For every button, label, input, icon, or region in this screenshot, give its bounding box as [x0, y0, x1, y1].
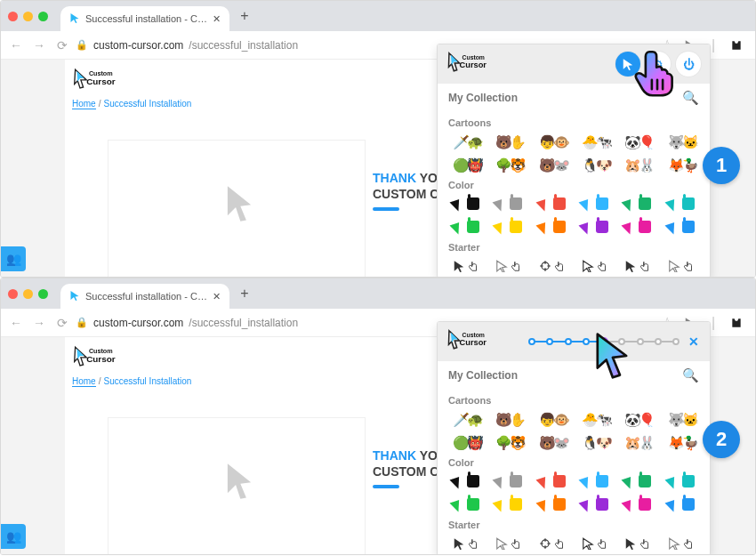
cursor-color-item[interactable] — [535, 471, 570, 491]
cursor-starter-item[interactable] — [664, 256, 699, 276]
cursor-color-item[interactable] — [577, 217, 613, 237]
cursor-color-item[interactable] — [620, 471, 655, 491]
close-slider-button[interactable]: ✕ — [687, 334, 701, 349]
close-window-icon[interactable] — [8, 289, 18, 299]
slider-step[interactable] — [546, 338, 553, 345]
cursor-starter-item[interactable] — [577, 534, 613, 553]
cursor-pack-item[interactable]: 🌳🐯 — [491, 432, 527, 452]
search-icon[interactable]: 🔍 — [682, 90, 699, 106]
cursor-starter-item[interactable] — [448, 256, 484, 276]
cursor-color-item[interactable] — [620, 194, 655, 214]
cursor-pack-item[interactable]: 🐣🐄 — [577, 409, 613, 429]
cursor-pack-item[interactable]: 🐼🎈 — [620, 409, 655, 429]
cursor-color-item[interactable] — [620, 495, 655, 514]
reload-button[interactable]: ⟳ — [52, 38, 72, 52]
close-tab-icon[interactable]: ✕ — [213, 292, 221, 302]
slider-step[interactable] — [528, 338, 535, 345]
batman-extension-icon[interactable] — [728, 315, 744, 331]
popup-logo[interactable]: CustomCursor — [446, 328, 516, 355]
minimize-window-icon[interactable] — [23, 12, 33, 21]
cursor-pack-item[interactable]: 🐻🐭 — [535, 155, 570, 174]
browser-tab[interactable]: Successful installation - Custom ✕ — [60, 6, 229, 31]
cursor-pack-item[interactable]: 👦🐵 — [535, 132, 570, 151]
new-tab-button[interactable]: + — [235, 6, 254, 26]
cursor-color-item[interactable] — [620, 217, 655, 237]
cursor-color-item[interactable] — [448, 471, 484, 491]
demo-cursor-icon — [224, 463, 254, 504]
cursor-pack-item[interactable]: 🐹🐰 — [620, 155, 655, 174]
slider-step[interactable] — [637, 338, 644, 345]
cursor-color-item[interactable] — [491, 217, 527, 237]
cursor-pack-item[interactable]: 🌳🐯 — [491, 155, 527, 174]
cursor-color-item[interactable] — [577, 194, 613, 214]
cursor-pack-item[interactable]: 🐻✋ — [491, 132, 527, 151]
cursor-pack-item[interactable]: 🐺🐱 — [664, 409, 699, 429]
cursor-starter-item[interactable] — [535, 534, 570, 553]
brand-logo[interactable]: CustomCursor — [72, 342, 136, 375]
cursor-starter-item[interactable] — [620, 256, 655, 276]
cursor-color-item[interactable] — [448, 194, 484, 214]
maximize-window-icon[interactable] — [38, 12, 48, 21]
cursor-color-item[interactable] — [491, 495, 527, 514]
close-tab-icon[interactable]: ✕ — [213, 14, 221, 24]
batman-extension-icon[interactable] — [728, 37, 744, 53]
slider-step[interactable] — [672, 338, 680, 345]
cursor-color-item[interactable] — [664, 194, 699, 214]
cursor-color-item[interactable] — [535, 217, 570, 237]
cursor-starter-item[interactable] — [664, 534, 699, 553]
cursor-color-item[interactable] — [448, 495, 484, 514]
close-window-icon[interactable] — [8, 12, 18, 21]
cursor-starter-item[interactable] — [448, 534, 484, 553]
breadcrumb-home[interactable]: Home — [72, 99, 96, 109]
search-icon[interactable]: 🔍 — [682, 367, 699, 383]
cursor-color-item[interactable] — [491, 194, 527, 214]
cursor-pack-item[interactable]: 🐺🐱 — [664, 132, 699, 151]
back-button[interactable]: ← — [6, 38, 26, 52]
cursor-pack-item[interactable]: 🐼🎈 — [620, 132, 655, 151]
minimize-window-icon[interactable] — [23, 289, 33, 299]
slider-step[interactable] — [583, 338, 590, 345]
cursor-color-item[interactable] — [577, 471, 613, 491]
cursor-favicon-icon — [69, 12, 80, 25]
maximize-window-icon[interactable] — [38, 289, 48, 299]
forward-button[interactable]: → — [29, 38, 49, 52]
cursor-starter-item[interactable] — [535, 256, 570, 276]
cursor-color-item[interactable] — [491, 471, 527, 491]
cursor-pack-item[interactable]: 🦊🦆 — [664, 155, 699, 174]
cursor-pack-item[interactable]: 🦊🦆 — [664, 432, 699, 452]
cursor-pack-item[interactable]: 👦🐵 — [535, 409, 570, 429]
browser-tab[interactable]: Successful installation - Custom ✕ — [60, 284, 229, 309]
cursor-color-item[interactable] — [577, 495, 613, 514]
cursor-pack-item[interactable]: 🗡️🐢 — [448, 409, 484, 429]
cursor-color-item[interactable] — [664, 217, 699, 237]
cursor-pack-item[interactable]: 🐹🐰 — [620, 432, 655, 452]
slider-step[interactable] — [655, 338, 662, 345]
cursor-pack-item[interactable]: 🗡️🐢 — [448, 132, 484, 151]
cursor-pack-item[interactable]: 🐧🐶 — [577, 432, 613, 452]
people-badge-icon[interactable]: 👥 — [1, 246, 26, 271]
cursor-color-item[interactable] — [535, 495, 570, 514]
forward-button[interactable]: → — [29, 316, 49, 330]
cursor-starter-item[interactable] — [577, 256, 613, 276]
reload-button[interactable]: ⟳ — [52, 316, 72, 330]
cursor-pack-item[interactable]: 🟢👹 — [448, 432, 484, 452]
cursor-pack-item[interactable]: 🟢👹 — [448, 155, 484, 174]
cursor-color-item[interactable] — [535, 194, 570, 214]
popup-logo[interactable]: CustomCursor — [446, 51, 516, 77]
breadcrumb-home[interactable]: Home — [72, 376, 96, 387]
cursor-pack-item[interactable]: 🐣🐄 — [577, 132, 613, 151]
cursor-pack-item[interactable]: 🐧🐶 — [577, 155, 613, 174]
brand-logo[interactable]: CustomCursor Custom Cursor — [72, 65, 136, 97]
cursor-color-item[interactable] — [664, 495, 699, 514]
people-badge-icon[interactable]: 👥 — [1, 524, 26, 549]
cursor-pack-item[interactable]: 🐻🐭 — [535, 432, 570, 452]
cursor-starter-item[interactable] — [491, 534, 527, 553]
back-button[interactable]: ← — [6, 316, 26, 330]
slider-step[interactable] — [565, 338, 572, 345]
cursor-color-item[interactable] — [448, 217, 484, 237]
cursor-pack-item[interactable]: 🐻✋ — [491, 409, 527, 429]
cursor-starter-item[interactable] — [491, 256, 527, 276]
new-tab-button[interactable]: + — [235, 284, 254, 303]
cursor-color-item[interactable] — [664, 471, 699, 491]
cursor-starter-item[interactable] — [620, 534, 655, 553]
